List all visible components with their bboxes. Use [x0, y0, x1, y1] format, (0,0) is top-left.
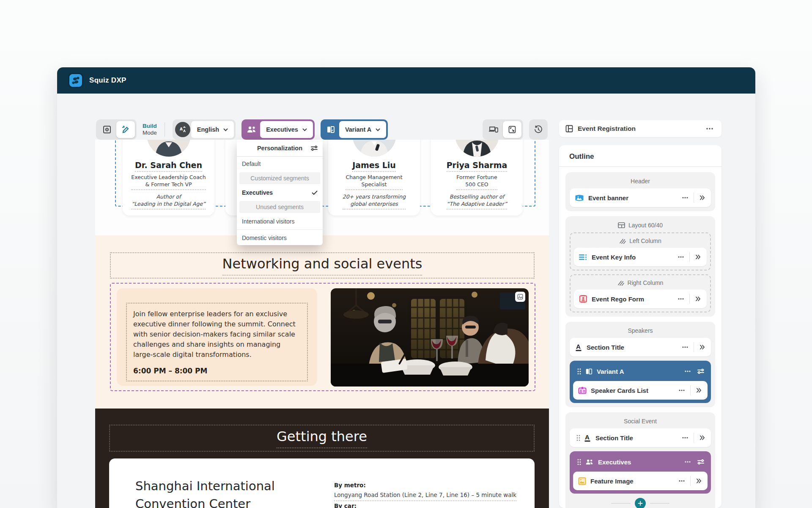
container-menu-button[interactable]: [682, 458, 693, 465]
speaker-name[interactable]: Dr. Sarah Chen: [135, 160, 202, 172]
menu-divider: [237, 229, 323, 230]
row-menu-button[interactable]: [676, 478, 687, 484]
translate-icon: A: [175, 122, 190, 137]
menu-title: Personalization: [242, 145, 311, 152]
variant-icon: [326, 125, 335, 134]
dinner-photo[interactable]: [331, 288, 529, 387]
svg-text:A: A: [576, 343, 581, 350]
build-mode-button[interactable]: [116, 121, 135, 138]
drag-handle-icon[interactable]: [576, 367, 583, 376]
row-expand-button[interactable]: [694, 476, 704, 486]
variant-selector[interactable]: Variant A: [321, 119, 388, 140]
outline-right-column: Right Column Event Rego Form: [570, 274, 711, 312]
row-expand-button[interactable]: [697, 433, 708, 443]
drag-handle-icon[interactable]: [576, 457, 583, 467]
speaker-note[interactable]: Bestselling author of“The Adaptive Leade…: [447, 193, 507, 210]
container-menu-button[interactable]: [682, 368, 693, 375]
row-menu-button[interactable]: [680, 194, 691, 201]
outline-row-event-key-info[interactable]: Event Key Info: [574, 248, 707, 266]
check-icon: [312, 190, 318, 195]
row-expand-button[interactable]: [694, 385, 704, 395]
networking-title-field[interactable]: Networking and social events: [110, 252, 535, 279]
speaker-note[interactable]: 20+ years transformingglobal enterprises: [343, 193, 406, 210]
segment-selector[interactable]: Executives: [241, 119, 315, 140]
speaker-name[interactable]: Priya Sharma: [447, 160, 508, 172]
preview-mode-button[interactable]: [98, 121, 116, 138]
history-button[interactable]: [529, 119, 548, 140]
svg-text:A: A: [180, 127, 183, 131]
group-label: Social Event: [570, 418, 711, 425]
toolbar-divider: [165, 122, 165, 137]
row-expand-button[interactable]: [693, 252, 703, 262]
outline-row-section-title[interactable]: A Section Title: [570, 428, 711, 447]
menu-item-domestic[interactable]: Domestic visitors: [237, 231, 323, 245]
transit-line: By car: Parking available on-site (¥20/d…: [334, 501, 524, 508]
venue-name[interactable]: Shanghai International Convention Center: [135, 477, 275, 508]
speaker-card[interactable]: James Liu Change ManagementSpecialist 20…: [328, 140, 420, 215]
language-selector[interactable]: A English: [173, 119, 236, 140]
sliders-icon[interactable]: [696, 367, 706, 376]
fullscreen-icon: [508, 125, 516, 134]
speaker-role[interactable]: Former Fortune500 CEO: [456, 174, 497, 190]
image-icon: [517, 294, 523, 300]
networking-block-selection[interactable]: Join fellow enterprise leaders for an ex…: [110, 283, 535, 391]
networking-text-field[interactable]: Join fellow enterprise leaders for an ex…: [126, 303, 308, 381]
layout-icon: [618, 222, 625, 228]
people-icon: [585, 459, 594, 465]
speaker-role[interactable]: Change ManagementSpecialist: [346, 174, 402, 190]
row-expand-button[interactable]: [693, 294, 703, 304]
fullscreen-view-button[interactable]: [503, 121, 521, 138]
mode-toggle: [96, 119, 137, 140]
menu-item-executives[interactable]: Executives: [237, 185, 323, 200]
outline-row-event-banner[interactable]: Event banner: [570, 188, 711, 207]
row-menu-button[interactable]: [675, 295, 686, 302]
networking-title: Networking and social events: [222, 256, 422, 276]
row-menu-button[interactable]: [675, 254, 686, 260]
row-expand-button[interactable]: [697, 193, 708, 203]
speaker-card[interactable]: Priya Sharma Former Fortune500 CEO Bests…: [431, 140, 523, 215]
menu-item-international[interactable]: International visitors: [237, 214, 323, 229]
transit-info[interactable]: By metro: Longyang Road Station (Line 2,…: [334, 480, 524, 508]
row-expand-button[interactable]: [697, 342, 708, 352]
drag-handle-icon[interactable]: [575, 433, 582, 443]
history-icon: [534, 125, 543, 134]
preview-icon: [102, 125, 112, 134]
sliders-icon[interactable]: [696, 457, 706, 467]
chevron-down-icon: [376, 128, 380, 131]
add-component-zone: [570, 498, 711, 508]
segment-container[interactable]: Executives Feature Image: [570, 451, 711, 494]
row-menu-button[interactable]: [676, 387, 687, 394]
row-menu-button[interactable]: [680, 434, 691, 441]
personalization-menu: Personalization Default Customized segme…: [237, 140, 323, 245]
outline-row-feature-image[interactable]: Feature Image: [573, 472, 708, 490]
variant-container[interactable]: Variant A Speaker Cards List: [570, 361, 711, 403]
sliders-icon[interactable]: [311, 145, 318, 151]
variant-icon: [585, 368, 593, 375]
venue-card[interactable]: Shanghai International Convention Center…: [109, 458, 535, 508]
speaker-note[interactable]: Author of“Leading in the Digital Age”: [132, 193, 205, 210]
page-title: Event Registration: [578, 125, 704, 133]
row-menu-button[interactable]: [680, 344, 691, 351]
outline-row-section-title[interactable]: A Section Title: [570, 338, 711, 356]
image-badge[interactable]: [515, 292, 525, 302]
outline-row-speaker-cards-list[interactable]: Speaker Cards List: [573, 381, 708, 400]
add-component-button[interactable]: [635, 498, 646, 508]
getting-there-title: Getting there: [277, 428, 367, 448]
form-icon: [579, 295, 587, 303]
networking-body: Join fellow enterprise leaders for an ex…: [133, 309, 301, 360]
layout-panel-icon: [565, 124, 573, 133]
devices-view-button[interactable]: [484, 121, 503, 138]
people-icon: [247, 126, 257, 133]
getting-there-title-field[interactable]: Getting there: [109, 425, 535, 452]
group-label: Speakers: [570, 327, 711, 334]
outline-row-event-rego-form[interactable]: Event Rego Form: [574, 290, 707, 308]
page-menu-button[interactable]: [704, 125, 716, 132]
speaker-card[interactable]: Dr. Sarah Chen Executive Leadership Coac…: [123, 140, 214, 215]
group-label: Layout 60/40: [570, 222, 711, 229]
speaker-name[interactable]: James Liu: [352, 160, 396, 172]
networking-text-card: Join fellow enterprise leaders for an ex…: [117, 288, 317, 386]
menu-section-customized: Customized segments: [239, 172, 320, 184]
hatch-icon: [617, 280, 624, 286]
menu-item-default[interactable]: Default: [237, 157, 323, 171]
speaker-role[interactable]: Executive Leadership Coach& Former Tech …: [131, 174, 206, 190]
